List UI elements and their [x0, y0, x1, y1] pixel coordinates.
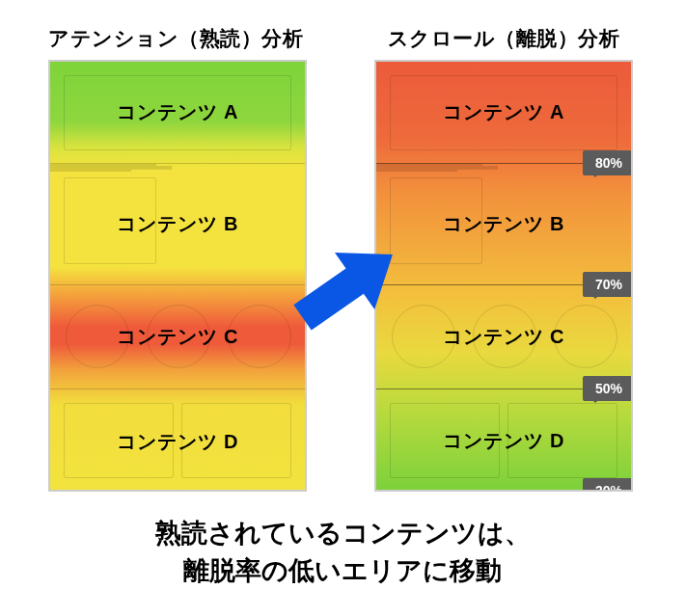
scroll-badge-50: 50%: [583, 376, 633, 401]
row-label-a: コンテンツ A: [50, 62, 305, 163]
scroll-row-a: コンテンツ A: [376, 62, 631, 164]
attention-heatmap-panel: コンテンツ A コンテンツ B コンテンツ C コンテンツ D: [48, 60, 307, 492]
row-label-c: コンテンツ C: [50, 285, 305, 388]
attention-row-b: コンテンツ B: [50, 164, 305, 285]
diagram-caption: 熟読されているコンテンツは、 離脱率の低いエリアに移動: [0, 515, 685, 590]
row-label-a: コンテンツ A: [376, 62, 631, 163]
attention-row-c: コンテンツ C: [50, 285, 305, 389]
row-label-d: コンテンツ D: [50, 389, 305, 492]
scroll-badge-30: 30%: [583, 478, 633, 492]
caption-line-2: 離脱率の低いエリアに移動: [0, 552, 685, 590]
scroll-badge-80: 80%: [583, 150, 633, 175]
attention-row-d: コンテンツ D: [50, 389, 305, 492]
scroll-badge-70: 70%: [583, 272, 633, 297]
scroll-panel-title: スクロール（離脱）分析: [369, 25, 639, 52]
scroll-heatmap-panel: コンテンツ A コンテンツ B コンテンツ C コンテンツ D 80% 70% …: [374, 60, 633, 492]
caption-line-1: 熟読されているコンテンツは、: [0, 515, 685, 552]
attention-panel-title: アテンション（熟読）分析: [41, 25, 311, 52]
row-label-b: コンテンツ B: [50, 164, 305, 284]
attention-row-a: コンテンツ A: [50, 62, 305, 164]
